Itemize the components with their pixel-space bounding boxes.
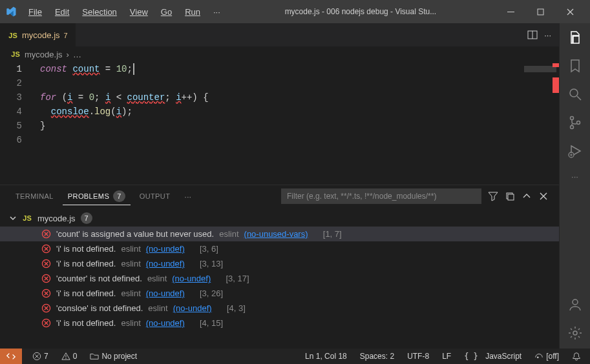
problem-rule-link[interactable]: (no-undef) (172, 274, 211, 283)
problem-source: eslint (121, 318, 140, 328)
problem-message: 'i' is not defined. (56, 288, 116, 298)
menu-overflow[interactable]: ··· (208, 5, 226, 19)
problem-rule-link[interactable]: (no-undef) (146, 318, 185, 328)
collapse-all-icon[interactable] (505, 191, 515, 201)
run-debug-icon[interactable] (567, 143, 583, 159)
status-bar: 7 0 No project Ln 1, Col 18 Spaces: 2 UT… (0, 349, 590, 364)
problem-message: 'i' is not defined. (56, 244, 116, 254)
menu-edit[interactable]: Edit (50, 5, 74, 19)
svg-point-19 (573, 299, 578, 305)
line-number-gutter[interactable]: 123456 (0, 62, 34, 185)
error-icon (41, 318, 51, 328)
status-encoding[interactable]: UTF-8 (405, 352, 432, 361)
js-file-icon: JS (22, 213, 32, 223)
explorer-icon[interactable] (567, 30, 583, 45)
settings-gear-icon[interactable] (567, 325, 583, 341)
menu-run[interactable]: Run (180, 5, 205, 19)
problem-message: 'count' is assigned a value but never us… (56, 229, 214, 239)
problem-source: eslint (147, 274, 167, 283)
problem-message: 'i' is not defined. (56, 318, 116, 328)
error-icon (41, 303, 51, 313)
error-icon (41, 244, 51, 254)
close-button[interactable] (555, 0, 585, 23)
chevron-up-icon[interactable] (522, 191, 532, 201)
problem-message: 'i' is not defined. (56, 259, 116, 268)
editor-tab-strip: JS mycode.js 7 ··· (0, 23, 559, 46)
minimap[interactable] (520, 62, 559, 185)
problem-location: [3, 13] (200, 259, 223, 268)
code-editor[interactable]: 123456 const count = 10;for (i = 0; i < … (0, 62, 559, 185)
problem-row[interactable]: 'i' is not defined. eslint(no-undef) [3,… (0, 241, 559, 256)
status-ln-col[interactable]: Ln 1, Col 18 (302, 352, 350, 361)
status-inspect[interactable]: [off] (532, 352, 562, 361)
menu-file[interactable]: File (23, 5, 47, 19)
source-control-icon[interactable] (567, 115, 583, 130)
problem-rule-link[interactable]: (no-unused-vars) (244, 229, 308, 239)
error-icon (41, 288, 51, 298)
vscode-logo-icon (5, 6, 17, 17)
svg-point-23 (65, 358, 66, 359)
problem-rule-link[interactable]: (no-undef) (146, 244, 185, 254)
panel-overflow-icon[interactable]: ··· (179, 192, 196, 201)
tab-problems-count: 7 (64, 32, 68, 39)
status-eol[interactable]: LF (439, 352, 454, 361)
problem-location: [4, 3] (227, 303, 246, 313)
menu-view[interactable]: View (125, 5, 153, 19)
panel-tab-terminal[interactable]: TERMINAL (10, 190, 59, 203)
problem-rule-link[interactable]: (no-undef) (146, 288, 185, 298)
error-icon (41, 259, 51, 268)
status-notifications[interactable] (569, 352, 584, 361)
status-project[interactable]: No project (87, 352, 140, 361)
code-area[interactable]: const count = 10;for (i = 0; i < counter… (34, 62, 520, 185)
status-errors[interactable]: 7 (30, 352, 51, 361)
tab-mycode-js[interactable]: JS mycode.js 7 (0, 23, 76, 46)
account-icon[interactable] (567, 297, 583, 312)
status-language[interactable]: { } JavaScript (461, 352, 524, 361)
problems-file-count: 7 (81, 212, 92, 224)
problem-row[interactable]: 'consloe' is not defined. eslint(no-unde… (0, 301, 559, 316)
svg-rect-5 (508, 194, 514, 200)
problem-row[interactable]: 'count' is assigned a value but never us… (0, 227, 559, 241)
problems-file-name: mycode.js (37, 214, 76, 223)
bookmark-icon[interactable] (567, 58, 583, 74)
panel-tab-problems[interactable]: PROBLEMS 7 (63, 188, 131, 205)
title-bar: File Edit Selection View Go Run ··· myco… (0, 0, 590, 23)
problem-row[interactable]: 'i' is not defined. eslint(no-undef) [3,… (0, 286, 559, 301)
problems-filter-input[interactable] (281, 188, 481, 204)
problems-file-row[interactable]: JSmycode.js7 (0, 210, 559, 227)
svg-point-17 (576, 121, 580, 125)
window-title: mycode.js - 006 nodejs debug - Visual St… (228, 7, 493, 16)
svg-rect-1 (538, 9, 543, 15)
status-spaces[interactable]: Spaces: 2 (357, 352, 397, 361)
chevron-down-icon (9, 214, 17, 222)
problem-location: [3, 6] (200, 244, 218, 254)
maximize-button[interactable] (525, 0, 555, 23)
breadcrumb[interactable]: JS mycode.js › … (0, 46, 559, 62)
problem-location: [3, 26] (200, 288, 223, 298)
problem-message: 'consloe' is not defined. (56, 303, 143, 313)
split-editor-icon[interactable] (527, 30, 538, 40)
svg-point-20 (573, 331, 577, 335)
panel-tab-output[interactable]: OUTPUT (134, 190, 176, 203)
problem-source: eslint (148, 303, 167, 313)
problem-rule-link[interactable]: (no-undef) (146, 259, 185, 268)
problem-row[interactable]: 'i' is not defined. eslint(no-undef) [4,… (0, 316, 559, 330)
problems-badge: 7 (113, 190, 125, 202)
tab-overflow-icon[interactable]: ··· (544, 30, 551, 40)
svg-point-24 (537, 356, 539, 358)
menu-selection[interactable]: Selection (77, 5, 121, 19)
problem-rule-link[interactable]: (no-undef) (173, 303, 212, 313)
js-file-icon: JS (10, 49, 21, 59)
js-file-icon: JS (8, 30, 18, 41)
close-panel-icon[interactable] (538, 191, 549, 201)
svg-point-15 (570, 117, 573, 120)
problem-row[interactable]: 'i' is not defined. eslint(no-undef) [3,… (0, 256, 559, 271)
search-icon[interactable] (567, 86, 583, 102)
filter-icon[interactable] (488, 191, 498, 201)
activity-overflow-icon[interactable]: ··· (571, 172, 578, 181)
problem-row[interactable]: 'counter' is not defined. eslint(no-unde… (0, 271, 559, 286)
menu-go[interactable]: Go (156, 5, 177, 19)
minimize-button[interactable] (496, 0, 525, 23)
remote-button[interactable] (0, 349, 22, 364)
status-warnings[interactable]: 0 (59, 352, 80, 361)
